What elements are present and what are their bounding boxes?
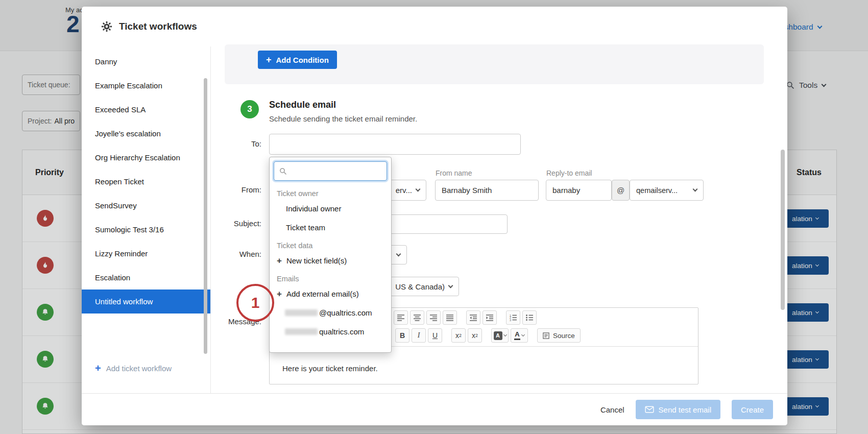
add-ticket-workflow-label: Add ticket workflow (106, 364, 172, 373)
from-name-input[interactable] (435, 180, 539, 201)
app-root: My ac 2 ashboard Ticket queue: Project: … (0, 0, 868, 434)
sidebar-item-selected[interactable]: Untitled workflow (82, 290, 210, 314)
email-option[interactable]: qualtrics.com (270, 322, 391, 341)
cancel-button[interactable]: Cancel (600, 405, 624, 414)
recipient-dropdown: Ticket owner Individual owner Ticket tea… (269, 157, 392, 353)
editor-toolbar-row-1: 123 (394, 310, 537, 325)
annotation-step-1-badge: 1 (236, 284, 274, 322)
unordered-list-button[interactable] (522, 310, 537, 325)
group-emails: Emails (270, 270, 391, 284)
chevron-down-icon (396, 251, 401, 256)
from-address-visible-text: erv... (396, 186, 412, 195)
email-option[interactable]: @qualtrics.com (270, 303, 391, 322)
sidebar-item[interactable]: Joyelle's escalation (82, 122, 210, 146)
dropdown-search-input[interactable] (291, 167, 381, 175)
add-condition-button[interactable]: + Add Condition (258, 51, 337, 69)
justify-button[interactable] (443, 310, 457, 325)
sidebar-item[interactable]: Reopen Ticket (82, 170, 210, 194)
editor-toolbar-row-2: B I U x2 x2 A A Source (395, 328, 581, 343)
email-suffix: @qualtrics.com (319, 308, 372, 317)
at-symbol: @ (612, 180, 630, 201)
option-ticket-team[interactable]: Ticket team (270, 218, 391, 237)
plus-icon: + (277, 290, 282, 298)
ticket-workflows-modal: Ticket workflows Danny Example Escalatio… (82, 7, 787, 425)
plus-icon: + (266, 55, 272, 64)
from-label: From: (200, 185, 261, 194)
reply-to-input[interactable] (546, 180, 612, 201)
sidebar-item-label: Escalation (95, 272, 130, 283)
step-title: Schedule email (269, 100, 336, 110)
subscript-base: x (455, 331, 459, 340)
envelope-icon (645, 406, 654, 413)
chevron-down-icon (448, 283, 453, 288)
reply-to-domain-text: qemailserv... (636, 186, 678, 195)
sidebar-item[interactable]: Danny (82, 50, 210, 74)
sidebar-item[interactable]: Example Escalation (82, 74, 210, 98)
redacted-email-text (285, 309, 318, 316)
send-test-email-button[interactable]: Send test email (636, 400, 720, 419)
align-left-button[interactable] (394, 310, 408, 325)
reply-to-domain-select[interactable]: qemailserv... (630, 180, 704, 201)
sidebar-item-label: SendSurvey (95, 200, 137, 211)
step-number-badge: 3 (240, 100, 259, 118)
subscript-button[interactable]: x2 (451, 328, 466, 343)
chevron-down-icon (693, 187, 698, 192)
create-button[interactable]: Create (732, 400, 773, 419)
sidebar-item[interactable]: Exceeded SLA (82, 98, 210, 122)
option-individual-owner[interactable]: Individual owner (270, 199, 391, 218)
add-ticket-workflow-button[interactable]: + Add ticket workflow (95, 363, 172, 373)
sidebar-item-label: Untitled workflow (95, 296, 153, 307)
option-add-external-email-label: Add external email(s) (286, 290, 359, 298)
add-condition-label: Add Condition (276, 56, 329, 64)
chevron-down-icon (503, 333, 507, 336)
plus-icon: + (95, 363, 101, 373)
text-color-icon: A (494, 331, 502, 340)
outdent-button[interactable] (466, 310, 480, 325)
ordered-list-button[interactable]: 123 (506, 310, 520, 325)
subscript-digit: 2 (459, 333, 462, 338)
superscript-button[interactable]: x2 (468, 328, 482, 343)
plus-icon: + (277, 256, 282, 265)
modal-footer: Cancel Send test email Create (82, 393, 787, 425)
background-color-icon: A (514, 331, 520, 340)
sidebar-scrollbar[interactable] (204, 78, 207, 354)
text-color-button[interactable]: A (491, 328, 509, 343)
option-add-external-email[interactable]: + Add external email(s) (270, 284, 391, 303)
italic-button[interactable]: I (412, 328, 426, 343)
modal-header: Ticket workflows (82, 7, 787, 46)
superscript-base: x (472, 331, 475, 340)
sidebar-item[interactable]: Org Hierarchy Escalation (82, 146, 210, 170)
to-label: To: (200, 139, 261, 148)
sidebar-item[interactable]: SendSurvey (82, 194, 210, 218)
modal-title: Ticket workflows (119, 21, 197, 32)
gear-icon (101, 21, 112, 32)
sidebar-item-label: Sumologic Test 3/16 (95, 224, 164, 235)
workflow-sidebar: Danny Example Escalation Exceeded SLA Jo… (82, 46, 211, 393)
dropdown-search-box[interactable] (274, 161, 387, 181)
underline-button[interactable]: U (428, 328, 442, 343)
bold-button[interactable]: B (395, 328, 409, 343)
sidebar-item-label: Reopen Ticket (95, 176, 144, 187)
sidebar-item-label: Exceeded SLA (95, 104, 146, 115)
svg-text:3: 3 (510, 319, 511, 322)
source-button-label: Source (553, 332, 575, 340)
option-new-ticket-field[interactable]: + New ticket field(s) (270, 251, 391, 270)
to-input[interactable] (269, 134, 521, 155)
background-color-button[interactable]: A (511, 328, 528, 343)
option-new-ticket-field-label: New ticket field(s) (286, 256, 347, 265)
when-label: When: (200, 250, 261, 258)
redacted-email-text (285, 328, 318, 335)
indent-button[interactable] (483, 310, 497, 325)
sidebar-item-label: Danny (95, 56, 117, 67)
sidebar-item[interactable]: Escalation (82, 266, 210, 290)
source-button[interactable]: Source (537, 328, 581, 343)
modal-content-scrollbar[interactable] (781, 150, 785, 310)
group-ticket-data: Ticket data (270, 237, 391, 251)
sidebar-item-label: Lizzy Reminder (95, 248, 148, 259)
from-name-label: From name (436, 169, 472, 177)
sidebar-item[interactable]: Sumologic Test 3/16 (82, 218, 210, 242)
align-center-button[interactable] (410, 310, 424, 325)
align-right-button[interactable] (426, 310, 441, 325)
search-icon (279, 167, 287, 175)
sidebar-item[interactable]: Lizzy Reminder (82, 242, 210, 266)
